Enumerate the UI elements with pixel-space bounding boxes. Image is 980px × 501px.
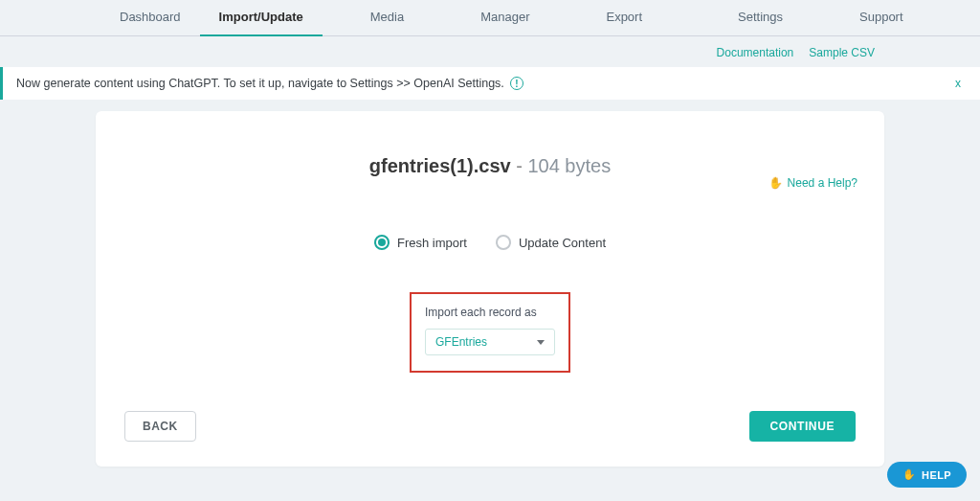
back-button[interactable]: BACK bbox=[124, 411, 196, 442]
doc-links: Documentation Sample CSV bbox=[0, 36, 980, 67]
tab-dashboard[interactable]: Dashboard bbox=[100, 0, 200, 35]
radio-fresh-import[interactable]: Fresh import bbox=[374, 235, 467, 250]
need-help-text: Need a Help? bbox=[788, 176, 858, 190]
file-size: 104 bytes bbox=[527, 155, 611, 176]
radio-update-content[interactable]: Update Content bbox=[496, 235, 606, 250]
tab-settings[interactable]: Settings bbox=[719, 0, 802, 35]
record-type-label: Import each record as bbox=[425, 306, 555, 319]
radio-icon bbox=[496, 235, 511, 250]
documentation-link[interactable]: Documentation bbox=[717, 46, 794, 59]
import-card: gfentries(1).csv - 104 bytes ✋ Need a He… bbox=[96, 111, 884, 467]
radio-label: Update Content bbox=[519, 236, 606, 250]
help-fab-button[interactable]: ✋ HELP bbox=[887, 462, 967, 488]
tab-media[interactable]: Media bbox=[351, 0, 423, 35]
tab-export[interactable]: Export bbox=[587, 0, 661, 35]
radio-icon bbox=[374, 235, 390, 250]
help-fab-text: HELP bbox=[922, 469, 951, 481]
record-type-box: Import each record as GFEntries bbox=[410, 292, 570, 373]
record-type-value: GFEntries bbox=[435, 335, 487, 349]
hand-icon: ✋ bbox=[768, 176, 783, 190]
import-mode-radios: Fresh import Update Content bbox=[124, 235, 856, 250]
notice-bar: Now generate content using ChatGPT. To s… bbox=[0, 67, 980, 100]
card-actions: BACK CONTINUE bbox=[124, 411, 856, 442]
notice-close-button[interactable]: x bbox=[955, 77, 967, 90]
tab-support[interactable]: Support bbox=[840, 0, 923, 35]
hand-icon: ✋ bbox=[902, 468, 916, 481]
continue-button[interactable]: CONTINUE bbox=[749, 411, 856, 442]
file-dash: - bbox=[511, 155, 528, 176]
radio-label: Fresh import bbox=[397, 236, 467, 250]
notice-text: Now generate content using ChatGPT. To s… bbox=[16, 77, 504, 90]
need-help-link[interactable]: ✋ Need a Help? bbox=[768, 176, 858, 190]
nav-tabs: Dashboard Import/Update Media Manager Ex… bbox=[0, 0, 980, 36]
record-type-select[interactable]: GFEntries bbox=[425, 329, 555, 355]
file-name: gfentries(1).csv bbox=[369, 155, 511, 176]
chevron-down-icon bbox=[537, 340, 545, 345]
tab-import-update[interactable]: Import/Update bbox=[200, 0, 323, 35]
tab-manager[interactable]: Manager bbox=[461, 0, 548, 35]
info-icon[interactable]: ! bbox=[510, 77, 523, 90]
sample-csv-link[interactable]: Sample CSV bbox=[809, 46, 875, 59]
file-title: gfentries(1).csv - 104 bytes bbox=[124, 155, 856, 177]
